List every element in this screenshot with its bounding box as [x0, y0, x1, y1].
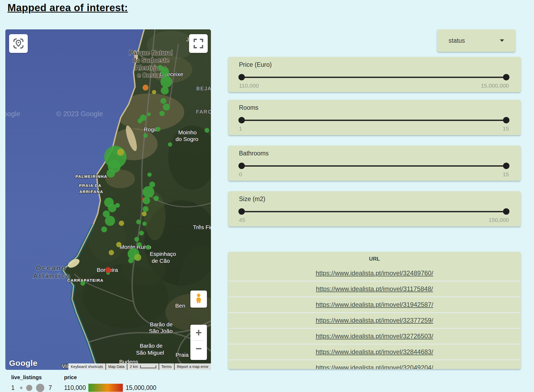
listing-point[interactable]	[105, 216, 115, 226]
listing-point[interactable]	[160, 98, 166, 104]
satellite-map-canvas[interactable]: Parque Naturaldo SudoesteAlentejanoe Cos…	[5, 29, 211, 370]
listing-point[interactable]	[158, 65, 163, 70]
listing-link[interactable]: https://www.idealista.pt/imovel/32726503…	[316, 332, 433, 340]
terms-link[interactable]: Terms	[159, 363, 174, 370]
listing-point[interactable]	[154, 196, 159, 201]
listing-point[interactable]	[134, 254, 141, 261]
price-slider-handle-min[interactable]	[238, 74, 245, 80]
listing-point[interactable]	[161, 87, 169, 95]
listing-point[interactable]	[134, 237, 139, 242]
listing-point[interactable]	[117, 149, 124, 156]
report-error-link[interactable]: Report a map error	[175, 363, 211, 370]
price-legend-title: price	[64, 374, 156, 381]
map-label: Rogil	[144, 126, 156, 132]
listing-point[interactable]	[205, 128, 209, 133]
map-label: FARO	[196, 109, 211, 115]
size-range-slider[interactable]	[239, 208, 508, 215]
listing-point[interactable]	[143, 186, 154, 198]
rooms-slider-handle-min[interactable]	[238, 117, 245, 123]
listing-link[interactable]: https://www.idealista.pt/imovel/32844683…	[316, 348, 433, 356]
listing-point[interactable]	[142, 211, 147, 216]
listing-link[interactable]: https://www.idealista.pt/imovel/32377259…	[316, 317, 433, 324]
zoom-in-button[interactable]: +	[190, 325, 207, 340]
listing-point[interactable]	[143, 206, 148, 212]
size-legend-title: live_listings	[11, 374, 52, 381]
slider-track[interactable]	[239, 120, 508, 121]
bathrooms-slider-handle-max[interactable]	[503, 163, 509, 169]
table-row: https://www.idealista.pt/imovel/31175848…	[228, 281, 521, 296]
pegman-button[interactable]	[190, 291, 207, 308]
table-row: https://www.idealista.pt/imovel/32844683…	[228, 344, 521, 359]
listing-point[interactable]	[137, 242, 142, 247]
slider-track[interactable]	[239, 165, 508, 167]
listing-point[interactable]	[142, 222, 147, 226]
listing-point[interactable]	[101, 226, 107, 232]
map-label: Barão de	[140, 343, 162, 349]
size-dot-large	[36, 384, 44, 392]
locate-button[interactable]	[9, 34, 28, 53]
listing-link[interactable]: https://www.idealista.pt/imovel/32049204…	[316, 364, 433, 369]
map-scale: 2 km	[127, 363, 158, 370]
listing-point[interactable]	[156, 127, 160, 132]
listing-point[interactable]	[143, 134, 148, 138]
listing-point[interactable]	[138, 119, 142, 123]
listing-point[interactable]	[163, 104, 170, 111]
listing-point[interactable]	[159, 111, 165, 116]
size-legend-min: 1	[11, 384, 15, 391]
listing-point[interactable]	[160, 76, 172, 88]
listing-point[interactable]	[136, 219, 141, 224]
slider-track[interactable]	[239, 211, 508, 212]
keyboard-shortcuts-button[interactable]: Keyboard shortcuts	[68, 363, 105, 370]
listing-point[interactable]	[116, 242, 121, 247]
slider-track[interactable]	[239, 77, 508, 78]
listing-point[interactable]	[147, 112, 151, 116]
rooms-range-slider[interactable]	[239, 117, 508, 123]
bathrooms-range-slider[interactable]	[239, 163, 508, 169]
rooms-slider-handle-max[interactable]	[503, 117, 509, 123]
listing-link[interactable]: https://www.idealista.pt/imovel/32489760…	[316, 269, 433, 277]
map-data-label[interactable]: Map Data	[106, 363, 127, 370]
listing-point[interactable]	[143, 85, 148, 91]
price-range-slider[interactable]	[239, 74, 508, 80]
listing-point[interactable]	[168, 142, 172, 147]
listing-point[interactable]	[80, 281, 85, 286]
size-slider-handle-min[interactable]	[238, 208, 245, 215]
listing-point[interactable]	[109, 250, 114, 255]
listing-point[interactable]	[105, 267, 111, 273]
rooms-slider-label: Rooms	[239, 104, 258, 111]
map-label: Parque Natural	[129, 49, 173, 56]
size-dot-medium	[26, 385, 32, 391]
status-dropdown[interactable]: status	[437, 29, 515, 52]
listing-point[interactable]	[128, 258, 134, 263]
table-row: https://www.idealista.pt/imovel/31942587…	[228, 296, 521, 312]
listing-link[interactable]: https://www.idealista.pt/imovel/31175848…	[316, 285, 433, 293]
map-container[interactable]: Parque Naturaldo SudoesteAlentejanoe Cos…	[5, 29, 211, 370]
google-logo[interactable]: Google	[9, 359, 37, 368]
listing-point[interactable]	[147, 173, 152, 177]
status-dropdown-label: status	[449, 37, 465, 44]
listing-point[interactable]	[119, 221, 124, 226]
map-label: Google	[5, 110, 20, 118]
listing-point[interactable]	[139, 231, 144, 236]
listing-point[interactable]	[143, 197, 150, 204]
listing-point[interactable]	[152, 90, 156, 94]
map-label: ARRIFANA	[79, 189, 103, 194]
size-slider-handle-max[interactable]	[503, 208, 509, 215]
price-slider-handle-max[interactable]	[503, 74, 509, 80]
map-label: do Sudoeste	[132, 57, 169, 64]
listing-point[interactable]	[115, 203, 120, 208]
bathrooms-slider-handle-min[interactable]	[238, 163, 245, 169]
map-label: © 2023 Google	[56, 110, 103, 118]
map-label: Praia	[175, 352, 189, 358]
listing-link[interactable]: https://www.idealista.pt/imovel/31942587…	[316, 301, 433, 308]
listing-point[interactable]	[107, 169, 115, 178]
listing-point[interactable]	[146, 245, 151, 250]
zoom-out-button[interactable]: −	[190, 341, 207, 356]
fullscreen-icon	[192, 37, 205, 50]
map-label: Atlântico	[33, 272, 71, 280]
table-row: https://www.idealista.pt/imovel/32489760…	[228, 266, 521, 281]
fullscreen-button[interactable]	[189, 34, 208, 53]
rooms-min-value: 1	[239, 126, 242, 132]
map-label: CARRAPATEIRA	[67, 278, 104, 283]
bathrooms-filter-card: Bathrooms 0 15	[228, 146, 521, 181]
